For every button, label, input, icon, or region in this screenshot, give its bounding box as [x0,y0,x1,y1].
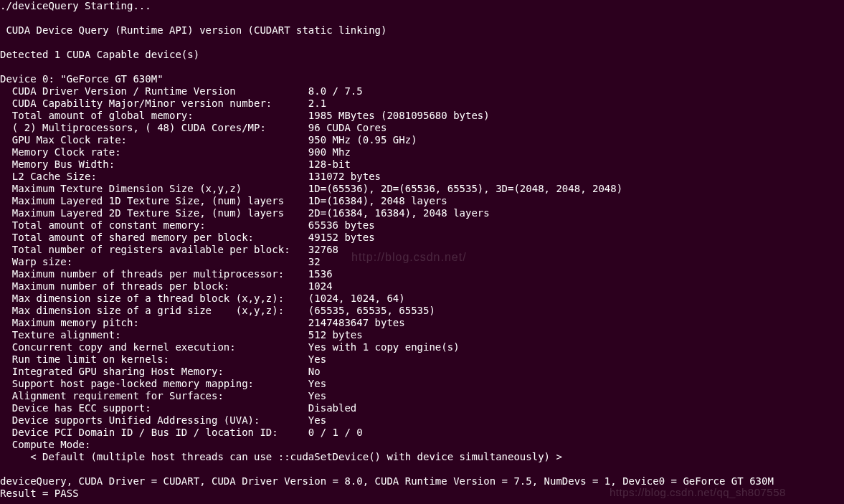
terminal-output: ./deviceQuery Starting... CUDA Device Qu… [0,0,844,500]
